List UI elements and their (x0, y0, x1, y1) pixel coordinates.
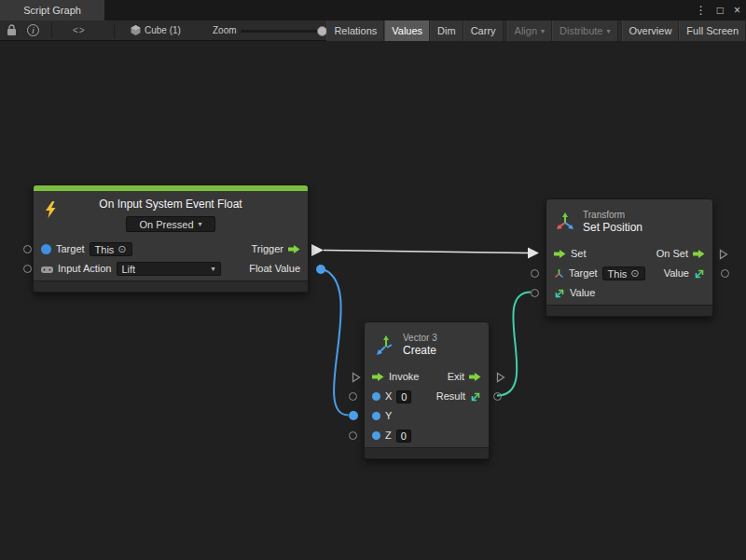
toolbar-button-distribute[interactable]: Distribute ▾ (552, 20, 617, 41)
target-type-icon (41, 244, 51, 254)
wire-trigger-end-arrow (528, 248, 539, 259)
tab-script-graph[interactable]: Script Graph (0, 0, 104, 20)
node-type: Transform (583, 209, 642, 221)
info-letter: i (33, 26, 35, 35)
node-footer (34, 280, 308, 292)
toolbar-button-overview[interactable]: Overview (622, 20, 680, 41)
zoom-slider-knob[interactable] (317, 26, 327, 36)
toolbar-button-values[interactable]: Values (384, 20, 430, 41)
maximize-icon[interactable]: □ (717, 5, 724, 16)
close-icon[interactable]: × (734, 5, 740, 16)
target-label: Target (569, 268, 598, 279)
input-action-dropdown[interactable]: Lift ▾ (117, 262, 221, 276)
graph-breadcrumb[interactable]: Cube (1) (131, 20, 181, 40)
port-transform-value-in[interactable] (531, 289, 539, 297)
port-y-in[interactable] (349, 411, 358, 420)
menu-icon[interactable]: ⋮ (696, 5, 707, 16)
target-object-field[interactable]: This ⊙ (602, 266, 645, 280)
node-on-input-system-event-float[interactable]: On Input System Event Float On Pressed ▾… (33, 184, 309, 293)
z-input-field[interactable]: 0 (396, 430, 411, 443)
event-mode-value: On Pressed (139, 219, 193, 230)
vector3-icon (374, 335, 394, 355)
node-transform-set-position[interactable]: Transform Set Position Set On Set (546, 198, 713, 317)
wire-trigger-start-arrow (311, 244, 324, 256)
port-target-in[interactable] (23, 245, 32, 253)
row-set-onset: Set On Set (546, 244, 712, 264)
dropdown-arrow-icon: ▾ (211, 265, 214, 273)
cube-icon (131, 25, 141, 35)
window-titlebar: Script Graph ⋮ □ × (0, 0, 746, 20)
float-value-label: Float Value (249, 264, 300, 274)
flow-arrow-icon (693, 249, 705, 259)
toolbar-button-dim[interactable]: Dim (430, 20, 463, 41)
row-inputaction-floatvalue: Input Action Lift ▾ Float Value (34, 259, 308, 279)
row-z: Z 0 (365, 426, 489, 445)
node-vector3-create[interactable]: Vector 3 Create Invoke Exit (364, 321, 490, 459)
value-out-label: Value (664, 268, 689, 279)
node-type: Vector 3 (403, 332, 437, 344)
zoom-label: Zoom (213, 20, 237, 40)
lock-icon[interactable] (7, 20, 17, 40)
flow-arrow-icon (554, 249, 566, 259)
value-in-label: Value (570, 288, 595, 298)
exit-label: Exit (448, 372, 464, 382)
vector-type-icon (554, 288, 565, 299)
port-z-in[interactable] (349, 431, 357, 440)
toolbar-button-carry[interactable]: Carry (463, 20, 504, 41)
y-label: Y (385, 411, 392, 421)
trigger-label: Trigger (252, 244, 283, 254)
x-input-field[interactable]: 0 (396, 390, 411, 403)
x-label: X (385, 391, 392, 402)
gamepad-icon (41, 265, 53, 274)
row-invoke-exit: Invoke Exit (365, 367, 489, 387)
zoom-slider[interactable] (241, 30, 328, 33)
vector3-node-header: Vector 3 Create (365, 322, 489, 367)
flow-arrow-icon (372, 372, 384, 382)
flow-arrow-icon (288, 244, 300, 254)
dropdown-arrow-icon: ▾ (607, 27, 611, 35)
transform-icon (556, 212, 574, 231)
row-x-result: X 0 Result (365, 387, 489, 406)
code-view-icon[interactable]: <> (73, 20, 86, 40)
flow-arrow-icon (469, 372, 481, 382)
info-icon[interactable]: i (27, 20, 39, 40)
toolbar-button-fullscreen[interactable]: Full Screen (679, 20, 746, 41)
node-title: Set Position (583, 221, 642, 235)
port-inputaction-in[interactable] (23, 265, 32, 273)
port-transform-value-out[interactable] (721, 269, 729, 278)
port-onset-out[interactable] (719, 249, 728, 260)
event-mode-dropdown[interactable]: On Pressed ▾ (126, 216, 215, 232)
node-footer (546, 305, 712, 316)
input-action-label: Input Action (58, 264, 112, 274)
tab-label: Script Graph (23, 5, 81, 16)
port-x-in[interactable] (349, 392, 357, 401)
port-invoke-in[interactable] (352, 372, 361, 383)
port-floatvalue-out[interactable] (316, 265, 325, 274)
row-target-trigger: Target This ⊙ Trigger (34, 239, 308, 259)
target-object-field[interactable]: This ⊙ (90, 242, 132, 256)
port-result-out[interactable] (493, 392, 502, 401)
wire-floatvalue-to-y[interactable] (320, 268, 349, 416)
lightning-icon (44, 201, 57, 218)
z-label: Z (385, 430, 392, 441)
target-label: Target (56, 244, 85, 254)
toolbar-button-align[interactable]: Align ▾ (507, 20, 552, 41)
on-set-label: On Set (656, 249, 688, 259)
event-node-body: Target This ⊙ Trigger (34, 239, 308, 279)
invoke-label: Invoke (389, 372, 419, 382)
port-transform-target-in[interactable] (531, 269, 539, 278)
float-type-icon (372, 392, 380, 401)
set-label: Set (571, 249, 587, 259)
transform-type-icon (554, 268, 564, 279)
toolbar-button-relations[interactable]: Relations (326, 20, 384, 41)
code-glyph: <> (73, 25, 86, 35)
toolbar-buttons: Relations Values Dim Carry Align ▾ Distr… (326, 20, 746, 41)
window-controls: ⋮ □ × (696, 0, 740, 20)
toolbar-separator (114, 22, 115, 38)
wire-trigger-to-set[interactable] (324, 251, 528, 253)
row-y: Y (365, 406, 489, 426)
port-exit-out[interactable] (496, 372, 505, 383)
graph-canvas[interactable]: On Input System Event Float On Pressed ▾… (0, 41, 746, 560)
row-value-in: Value (546, 283, 712, 303)
dropdown-arrow-icon: ▾ (199, 220, 202, 228)
